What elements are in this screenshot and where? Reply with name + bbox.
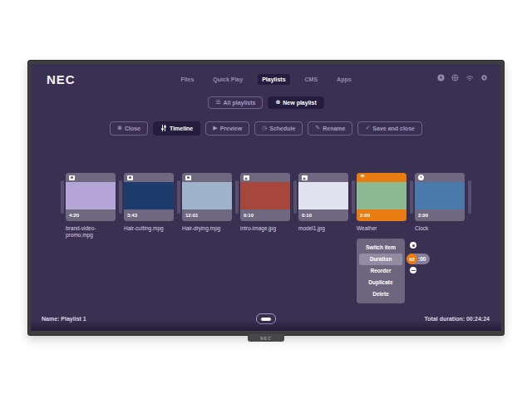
media-card[interactable]: 2:00 <box>415 173 465 221</box>
preview-label: Preview <box>220 126 242 131</box>
schedule-button[interactable]: ◷ Schedule <box>254 121 303 135</box>
drag-handle[interactable] <box>119 180 122 214</box>
media-card[interactable]: 0:10 <box>240 173 290 221</box>
media-card-selected[interactable]: ☂ 2:00 <box>357 173 406 221</box>
timeline-item: 2:00 Clock <box>415 173 466 232</box>
rename-button[interactable]: ✎ Rename <box>308 121 352 135</box>
switch-item-radio-icon[interactable] <box>410 242 416 249</box>
list-icon: ☰ <box>215 100 220 106</box>
all-playlists-button[interactable]: ☰ All playlists <box>208 96 263 109</box>
plus-circle-icon: ⊕ <box>275 100 280 106</box>
screen-shade <box>31 320 501 331</box>
clock-icon: ◷ <box>262 126 267 131</box>
play-icon: ▶ <box>213 126 217 131</box>
timeline-button[interactable]: Timeline <box>153 121 200 135</box>
drag-handle[interactable] <box>293 180 297 214</box>
thumbnail <box>182 182 232 209</box>
duration-minutes[interactable]: 02 <box>406 254 417 264</box>
media-name: Weather <box>357 225 411 232</box>
media-name: Clock <box>415 225 470 232</box>
media-name: intro-image.jpg <box>240 225 295 232</box>
clock-widget-icon <box>418 175 424 180</box>
media-card[interactable]: 3:43 <box>124 173 174 221</box>
timeline-label: Timeline <box>170 126 193 131</box>
drag-handle[interactable] <box>61 180 64 214</box>
preview-button[interactable]: ▶ Preview <box>205 121 249 135</box>
media-name: model1.jpg <box>298 225 353 232</box>
duration-value-field[interactable]: 02 :00 <box>406 254 430 264</box>
menu-reorder[interactable]: Reorder <box>359 265 402 277</box>
monitor-bezel: NEC Files Quick Play Playlists CMS Apps <box>27 60 505 336</box>
duration-badge: 12:01 <box>182 209 232 221</box>
new-playlist-button[interactable]: ⊕ New playlist <box>268 96 323 109</box>
download-icon[interactable] <box>437 74 445 81</box>
media-card[interactable]: 4:20 <box>66 173 116 221</box>
duration-badge: 3:43 <box>124 209 174 221</box>
nav-apps[interactable]: Apps <box>332 74 356 85</box>
toolbar: ⊗ Close Timeline ▶ Preview ◷ Schedule ✎ … <box>31 121 501 135</box>
duration-badge: 0:10 <box>298 209 348 221</box>
menu-duration[interactable]: Duration <box>359 254 402 265</box>
rename-label: Rename <box>323 126 345 131</box>
drag-handle[interactable] <box>352 180 355 214</box>
thumbnail <box>298 182 348 209</box>
duration-badge: 2:00 <box>357 209 406 221</box>
timeline-item: 0:10 model1.jpg <box>298 173 350 232</box>
item-context-menu: Switch item Duration Reorder Duplicate D… <box>357 239 405 303</box>
timeline-item: ☂ 2:00 Weather <box>357 173 408 232</box>
settings-gear-icon[interactable] <box>480 74 488 81</box>
timeline-item: 3:43 Hair-cutting.mpg <box>124 173 175 232</box>
menu-delete[interactable]: Delete <box>359 288 402 300</box>
menu-switch-item[interactable]: Switch item <box>359 242 402 254</box>
close-label: Close <box>125 126 140 131</box>
thumbnail <box>357 182 406 209</box>
nav-cms[interactable]: CMS <box>301 74 323 85</box>
sliders-icon <box>160 125 167 132</box>
save-and-close-button[interactable]: ✓ Save and close <box>357 121 421 135</box>
thumbnail <box>240 182 290 209</box>
wifi-icon[interactable] <box>466 74 474 81</box>
duration-badge: 0:10 <box>240 209 290 221</box>
duration-seconds[interactable]: :00 <box>418 256 426 262</box>
save-and-close-label: Save and close <box>372 126 415 131</box>
drag-handle[interactable] <box>235 180 239 214</box>
all-playlists-label: All playlists <box>224 100 256 106</box>
new-playlist-label: New playlist <box>283 100 316 106</box>
drag-handle[interactable] <box>468 180 471 214</box>
media-name: Hair-cutting.mpg <box>124 225 179 232</box>
timeline-item: 12:01 Hair-drying.mpg <box>182 173 234 232</box>
main-nav: Files Quick Play Playlists CMS Apps <box>31 74 501 85</box>
duration-badge: 4:20 <box>66 209 116 221</box>
video-icon <box>69 175 75 180</box>
close-button[interactable]: ⊗ Close <box>110 121 148 135</box>
pencil-icon: ✎ <box>315 126 320 131</box>
duration-badge: 2:00 <box>415 209 465 221</box>
schedule-label: Schedule <box>269 126 295 131</box>
image-icon <box>244 175 249 180</box>
nav-playlists[interactable]: Playlists <box>258 74 289 85</box>
close-circle-icon: ⊗ <box>117 126 122 131</box>
drag-handle[interactable] <box>177 180 180 214</box>
thumbnail <box>124 182 174 209</box>
video-icon <box>127 175 133 180</box>
timeline-item: 0:10 intro-image.jpg <box>240 173 292 232</box>
bezel-nec-logo: NEC <box>248 334 284 342</box>
globe-icon[interactable] <box>451 74 459 81</box>
reorder-minus-icon[interactable] <box>410 267 416 273</box>
status-icons <box>437 74 488 81</box>
menu-duplicate[interactable]: Duplicate <box>359 277 402 288</box>
weather-umbrella-icon: ☂ <box>360 175 365 180</box>
drag-handle[interactable] <box>410 180 413 214</box>
image-icon <box>302 175 308 180</box>
thumbnail <box>66 182 116 209</box>
check-circle-icon: ✓ <box>365 126 370 131</box>
video-icon <box>185 175 191 180</box>
thumbnail <box>415 182 465 209</box>
media-name: brand-video-promo.mpg <box>66 225 121 239</box>
nav-quick-play[interactable]: Quick Play <box>209 74 247 85</box>
media-card[interactable]: 12:01 <box>182 173 232 221</box>
nav-files[interactable]: Files <box>176 74 198 85</box>
media-card[interactable]: 0:10 <box>298 173 348 221</box>
screen: NEC Files Quick Play Playlists CMS Apps <box>31 64 501 331</box>
playlist-actions-row: ☰ All playlists ⊕ New playlist <box>31 96 501 109</box>
